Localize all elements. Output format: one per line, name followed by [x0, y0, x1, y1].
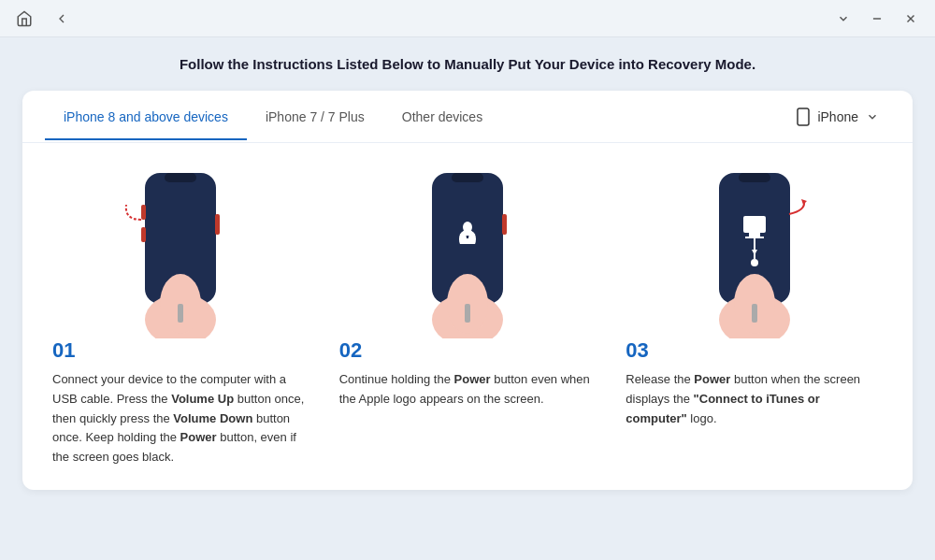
svg-rect-28 — [743, 216, 766, 233]
step-3: 03 Release the Power button when the scr… — [611, 165, 898, 467]
svg-rect-15 — [502, 214, 507, 235]
titlebar — [0, 0, 935, 37]
step-1-illustration — [106, 165, 255, 338]
step-2-number: 02 — [339, 338, 362, 363]
steps-area: 01 Connect your device to the computer w… — [22, 143, 913, 490]
chevron-down-icon — [866, 110, 879, 123]
step-2-desc: Continue holding the Power button even w… — [339, 370, 597, 409]
svg-rect-29 — [749, 233, 760, 237]
step-3-desc: Release the Power button when the screen… — [626, 370, 883, 428]
step-3-illustration — [680, 165, 829, 338]
svg-point-32 — [751, 259, 758, 266]
svg-rect-6 — [165, 173, 196, 182]
tab-iphone8[interactable]: iPhone 8 and above devices — [45, 94, 247, 139]
svg-rect-14 — [452, 173, 483, 182]
main-content: Follow the Instructions Listed Below to … — [0, 37, 935, 560]
tabs-left: iPhone 8 and above devices iPhone 7 / 7 … — [45, 94, 785, 139]
page-title: Follow the Instructions Listed Below to … — [180, 56, 755, 72]
back-button[interactable] — [49, 6, 75, 32]
step-1-desc: Connect your device to the computer with… — [52, 370, 309, 467]
svg-rect-7 — [141, 205, 146, 220]
titlebar-right — [830, 6, 924, 32]
device-selector[interactable]: iPhone — [785, 102, 890, 132]
tab-other[interactable]: Other devices — [383, 94, 501, 139]
svg-rect-8 — [141, 227, 146, 242]
svg-rect-30 — [745, 237, 764, 238]
home-button[interactable] — [11, 6, 37, 32]
titlebar-left — [11, 6, 75, 32]
svg-rect-25 — [465, 304, 470, 323]
close-button[interactable] — [898, 6, 924, 32]
step-1: 01 Connect your device to the computer w… — [37, 165, 324, 467]
step-1-number: 01 — [52, 338, 75, 363]
svg-rect-3 — [798, 108, 809, 125]
step-2-illustration:  — [393, 165, 542, 338]
tab-iphone7[interactable]: iPhone 7 / 7 Plus — [247, 94, 383, 139]
svg-rect-9 — [215, 214, 220, 235]
svg-rect-36 — [752, 304, 757, 323]
content-card: iPhone 8 and above devices iPhone 7 / 7 … — [22, 91, 913, 490]
svg-rect-12 — [178, 304, 183, 323]
step-3-number: 03 — [626, 338, 648, 363]
device-name: iPhone — [817, 109, 858, 124]
minimize-button[interactable] — [864, 6, 890, 32]
dropdown-button[interactable] — [830, 6, 856, 32]
tabs-bar: iPhone 8 and above devices iPhone 7 / 7 … — [22, 91, 913, 143]
phone-icon — [797, 108, 810, 126]
svg-rect-27 — [739, 173, 770, 182]
svg-rect-22 — [460, 244, 475, 248]
step-2:  02 — [324, 165, 611, 467]
